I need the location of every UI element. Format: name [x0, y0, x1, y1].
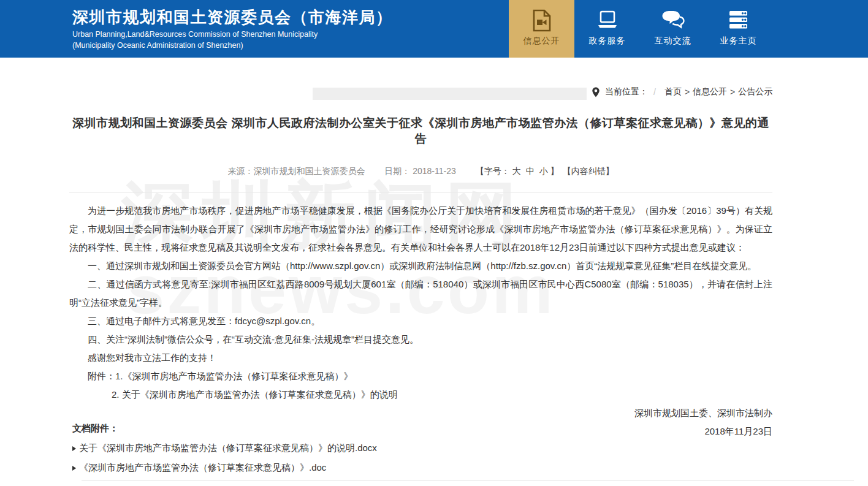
nav-tab-business-home[interactable]: 业务主页	[706, 0, 771, 58]
breadcrumb-location-label: 当前位置：	[605, 86, 648, 97]
font-size-control: 【字号：大中小】【内容纠错】	[476, 166, 614, 176]
breadcrumb-separator: >	[730, 87, 735, 97]
site-brand: 深圳市规划和国土资源委员会（市海洋局） Urban Planning,Land&…	[72, 0, 393, 58]
nav-tab-government-services[interactable]: 政务服务	[574, 0, 640, 58]
nav-tab-label: 互动交流	[655, 36, 691, 47]
article-title: 深圳市规划和国土资源委员会 深圳市人民政府法制办公室关于征求《深圳市房地产市场监…	[69, 115, 772, 147]
article-paragraph-appendix-1: 附件：1.《深圳市房地产市场监管办法（修订草案征求意见稿）》	[69, 367, 772, 385]
article-date: 日期： 2018-11-23	[384, 166, 455, 176]
chat-bubbles-icon	[661, 7, 685, 33]
site-subtitle-line2: (Municipality Oceanic Administration of …	[72, 40, 393, 51]
article-meta: 来源：深圳市规划和国土资源委员会 日期： 2018-11-23 【字号：大中小】…	[69, 166, 772, 177]
meta-divider	[69, 192, 772, 193]
article-paragraph-appendix-2: 2. 关于《深圳市房地产市场监管办法（修订草案征求意见稿）》的说明	[69, 385, 772, 404]
date-label: 日期：	[384, 166, 410, 176]
location-pin-icon	[592, 87, 600, 97]
attachment-arrow-icon	[72, 446, 76, 451]
nav-tab-label: 业务主页	[720, 36, 757, 47]
site-subtitle-line1: Urban Planning,Land&Resources Commission…	[72, 29, 393, 40]
attachment-link-row[interactable]: 《深圳市房地产市场监管办法（修订草案征求意见稿）》.doc	[72, 462, 377, 474]
site-header: 深圳市规划和国土资源委员会（市海洋局） Urban Planning,Land&…	[0, 0, 868, 58]
source-label: 来源：	[227, 166, 253, 176]
attachments-section: 文档附件： 关于《深圳市房地产市场监管办法（修订草案征求意见稿）》的说明.doc…	[72, 423, 377, 474]
primary-nav: 信息公开 政务服务 互动交流	[509, 0, 771, 58]
font-size-large-button[interactable]: 大	[512, 166, 521, 176]
nav-tab-information-disclosure[interactable]: 信息公开	[509, 0, 574, 58]
content-correction-button[interactable]: 【内容纠错】	[563, 166, 614, 176]
article-paragraph: 四、关注“深圳法制”微信公众号，在“互动交流-意见征集-法规规章”栏目提交意见。	[69, 330, 772, 349]
site-title: 深圳市规划和国土资源委员会（市海洋局）	[72, 8, 393, 26]
page: 深圳市规划和国土资源委员会（市海洋局） Urban Planning,Land&…	[0, 0, 868, 486]
article-paragraph: 为进一步规范我市房地产市场秩序，促进房地产市场平稳健康发展，根据《国务院办公厅关…	[69, 202, 772, 257]
site-subtitle-en: Urban Planning,Land&Resources Commission…	[72, 29, 393, 51]
article-paragraph: 二、通过信函方式将意见寄至:深圳市福田区红荔西路8009号规划大厦601室（邮编…	[69, 275, 772, 312]
attachment-link-row[interactable]: 关于《深圳市房地产市场监管办法（修订草案征求意见稿）》的说明.docx	[72, 442, 377, 454]
server-stack-icon	[727, 7, 750, 33]
article-source: 来源：深圳市规划和国土资源委员会	[227, 166, 365, 176]
breadcrumb: 当前位置： / 首页 > 信息公开 > 公告公示	[592, 86, 775, 97]
document-media-icon	[532, 7, 552, 33]
source-value: 深圳市规划和国土资源委员会	[253, 166, 365, 176]
breadcrumb-bar	[313, 88, 587, 100]
font-size-prefix: 【字号：	[476, 166, 510, 176]
font-size-small-button[interactable]: 小	[539, 166, 548, 176]
breadcrumb-separator: >	[685, 87, 690, 97]
article-signature: 深圳市规划国土委、深圳市法制办	[69, 404, 772, 422]
breadcrumb-item-notices[interactable]: 公告公示	[738, 86, 772, 97]
breadcrumb-item-home[interactable]: 首页	[664, 86, 682, 97]
nav-tab-interaction[interactable]: 互动交流	[640, 0, 706, 58]
font-size-suffix: 】	[550, 166, 559, 176]
article-paragraph: 三、通过电子邮件方式将意见发至：fdcyc@szpl.gov.cn。	[69, 312, 772, 330]
nav-tab-label: 信息公开	[523, 36, 560, 47]
font-size-medium-button[interactable]: 中	[526, 166, 535, 176]
attachments-heading: 文档附件：	[72, 423, 377, 435]
attachment-file-link[interactable]: 《深圳市房地产市场监管办法（修订草案征求意见稿）》.doc	[79, 462, 326, 474]
article-paragraph: 一、通过深圳市规划和国土资源委员会官方网站（http://www.szpl.go…	[69, 257, 772, 275]
bottom-divider	[82, 480, 854, 481]
breadcrumb-item-information[interactable]: 信息公开	[693, 86, 727, 97]
breadcrumb-slash: /	[653, 87, 656, 97]
article: 深圳市规划和国土资源委员会 深圳市人民政府法制办公室关于征求《深圳市房地产市场监…	[69, 115, 772, 441]
date-value: 2018-11-23	[413, 166, 456, 176]
nav-tab-label: 政务服务	[589, 36, 626, 47]
attachment-arrow-icon	[72, 466, 76, 471]
article-paragraph: 感谢您对我市立法工作的支持！	[69, 349, 772, 367]
laptop-icon	[596, 7, 619, 33]
article-body: 为进一步规范我市房地产市场秩序，促进房地产市场平稳健康发展，根据《国务院办公厅关…	[69, 202, 772, 441]
attachment-file-link[interactable]: 关于《深圳市房地产市场监管办法（修订草案征求意见稿）》的说明.docx	[79, 442, 377, 454]
